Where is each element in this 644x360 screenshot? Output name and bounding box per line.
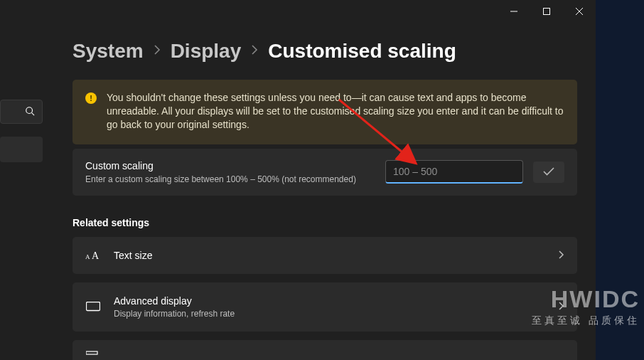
watermark: HWIDC 至真至诚 品质保住 <box>532 285 640 327</box>
breadcrumb-system[interactable]: System <box>73 40 144 63</box>
svg-rect-9 <box>86 351 97 354</box>
apply-button[interactable] <box>533 162 564 183</box>
warning-text: You shouldn't change these settings unle… <box>107 91 564 132</box>
display-icon <box>85 302 101 312</box>
chevron-right-icon <box>559 250 564 261</box>
nav-item-selected[interactable] <box>0 137 43 162</box>
warning-icon: ! <box>85 92 97 104</box>
chevron-right-icon <box>154 45 161 58</box>
warning-banner: ! You shouldn't change these settings un… <box>73 80 577 144</box>
breadcrumb: System Display Customised scaling <box>73 40 577 63</box>
svg-rect-1 <box>544 9 550 15</box>
setting-row-partial[interactable] <box>73 340 577 360</box>
setting-title: Advanced display <box>114 295 546 307</box>
graphics-icon <box>85 349 101 355</box>
watermark-brand: HWIDC <box>532 285 640 313</box>
related-settings-heading: Related settings <box>73 217 577 228</box>
svg-line-5 <box>32 112 35 115</box>
custom-scaling-row: Custom scaling Enter a custom scaling si… <box>73 149 577 196</box>
chevron-right-icon <box>251 45 258 58</box>
page-title: Customised scaling <box>268 40 456 63</box>
setting-subtitle: Display information, refresh rate <box>114 309 546 319</box>
custom-scaling-subtitle: Enter a custom scaling size between 100%… <box>85 174 375 184</box>
window-close-button[interactable] <box>563 0 596 23</box>
setting-text-size[interactable]: AA Text size <box>73 237 577 274</box>
svg-point-4 <box>26 107 33 113</box>
custom-scaling-input[interactable] <box>385 160 523 184</box>
watermark-tagline: 至真至诚 品质保住 <box>532 314 640 327</box>
custom-scaling-title: Custom scaling <box>85 160 375 171</box>
svg-text:A: A <box>85 253 90 260</box>
setting-advanced-display[interactable]: Advanced display Display information, re… <box>73 282 577 332</box>
search-input[interactable] <box>0 100 43 124</box>
window-minimize-button[interactable] <box>498 0 530 23</box>
check-icon <box>543 166 554 178</box>
svg-rect-8 <box>87 302 100 311</box>
setting-title: Text size <box>114 250 546 261</box>
breadcrumb-display[interactable]: Display <box>171 40 242 63</box>
window-maximize-button[interactable] <box>530 0 563 23</box>
text-size-icon: AA <box>85 250 101 261</box>
search-icon <box>25 106 35 118</box>
svg-text:A: A <box>92 250 100 261</box>
